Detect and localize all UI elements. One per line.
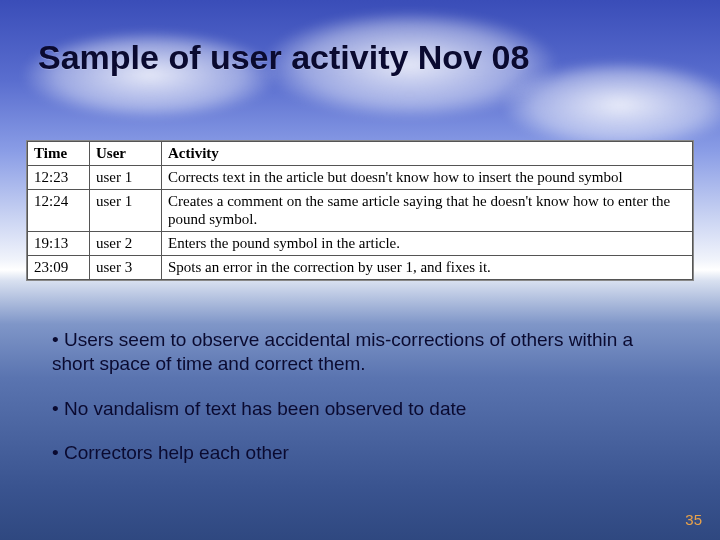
activity-table-wrap: Time User Activity 12:23 user 1 Corrects… bbox=[26, 140, 694, 281]
cell-user: user 1 bbox=[90, 189, 162, 232]
table-header-row: Time User Activity bbox=[28, 142, 693, 166]
table-row: 12:24 user 1 Creates a comment on the sa… bbox=[28, 189, 693, 232]
cell-user: user 3 bbox=[90, 255, 162, 279]
cell-user: user 1 bbox=[90, 165, 162, 189]
table-row: 23:09 user 3 Spots an error in the corre… bbox=[28, 255, 693, 279]
cell-activity: Corrects text in the article but doesn't… bbox=[162, 165, 693, 189]
cell-activity: Creates a comment on the same article sa… bbox=[162, 189, 693, 232]
col-user: User bbox=[90, 142, 162, 166]
table-row: 12:23 user 1 Corrects text in the articl… bbox=[28, 165, 693, 189]
activity-table: Time User Activity 12:23 user 1 Corrects… bbox=[27, 141, 693, 280]
bullet-item: • No vandalism of text has been observed… bbox=[52, 397, 668, 421]
bullet-list: • Users seem to observe accidental mis-c… bbox=[52, 328, 668, 485]
table-row: 19:13 user 2 Enters the pound symbol in … bbox=[28, 232, 693, 256]
page-number: 35 bbox=[685, 511, 702, 528]
bullet-item: • Users seem to observe accidental mis-c… bbox=[52, 328, 668, 377]
cell-time: 23:09 bbox=[28, 255, 90, 279]
bullet-item: • Correctors help each other bbox=[52, 441, 668, 465]
col-activity: Activity bbox=[162, 142, 693, 166]
cell-activity: Spots an error in the correction by user… bbox=[162, 255, 693, 279]
slide: Sample of user activity Nov 08 Time User… bbox=[0, 0, 720, 540]
cell-time: 19:13 bbox=[28, 232, 90, 256]
slide-title: Sample of user activity Nov 08 bbox=[38, 38, 682, 77]
cell-user: user 2 bbox=[90, 232, 162, 256]
col-time: Time bbox=[28, 142, 90, 166]
cell-time: 12:23 bbox=[28, 165, 90, 189]
cell-time: 12:24 bbox=[28, 189, 90, 232]
cell-activity: Enters the pound symbol in the article. bbox=[162, 232, 693, 256]
